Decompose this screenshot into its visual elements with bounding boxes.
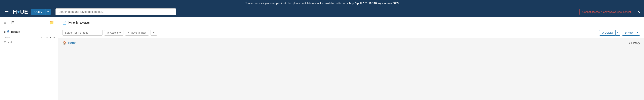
history-arrow-icon: ▾ <box>629 41 630 45</box>
global-search-input[interactable] <box>56 8 176 15</box>
tables-refresh-button[interactable]: ↻ <box>53 36 55 39</box>
db-name: default <box>11 30 20 33</box>
tables-filter-button[interactable]: ▽ <box>46 36 48 39</box>
actions-icon: ⚙ <box>107 31 109 34</box>
notification-link: http://ip-172-31-10-118.fayson.com:8889 <box>349 1 398 4</box>
actions-label: Actions <box>110 31 118 34</box>
close-button[interactable]: × <box>637 9 641 15</box>
file-browser-title: File Browser <box>68 20 91 25</box>
error-badge: Cannot access: /user/hive/warehouse/test… <box>580 9 634 15</box>
file-browser-header: 📄 File Browser <box>58 17 644 28</box>
history-button[interactable]: ▾ History <box>629 41 640 45</box>
app-body: ≡ ⊞ 📁 ◀ 🗄 default Tables (1) ▽ + ↻ ⊞ <box>0 17 644 100</box>
home-row: 🏠 Home ▾ History <box>58 38 644 48</box>
actions-arrow-icon: ▾ <box>120 31 121 34</box>
toolbar: ⚙ Actions ▾ ✕ Move to trash ▾ ⊕ Upload ▾… <box>58 28 644 38</box>
sidebar-db-section: ◀ 🗄 default Tables (1) ▽ + ↻ ⊞ test <box>0 28 58 47</box>
sidebar-table-icon-button[interactable]: ⊞ <box>10 19 16 26</box>
history-label: History <box>631 41 640 45</box>
back-arrow-icon: ◀ <box>3 30 6 33</box>
home-icon: 🏠 <box>62 41 66 45</box>
tables-label: Tables <box>3 36 11 39</box>
notification-text: You are accessing a non-optimized Hue, p… <box>246 1 348 4</box>
upload-dropdown-button[interactable]: ▾ <box>616 30 620 36</box>
query-dropdown-button[interactable]: ▾ <box>45 9 51 15</box>
sidebar-folder-icon-button[interactable]: 📁 <box>48 19 55 26</box>
new-label: New <box>628 31 633 34</box>
home-link[interactable]: 🏠 Home <box>62 41 76 45</box>
new-dropdown-button[interactable]: ▾ <box>635 30 640 36</box>
move-to-trash-label: Move to trash <box>131 31 146 34</box>
tables-controls: (1) ▽ + ↻ <box>42 36 55 39</box>
hamburger-button[interactable]: ☰ <box>3 8 10 15</box>
new-button[interactable]: ⊕ New <box>622 30 635 36</box>
query-button[interactable]: Query <box>31 9 45 15</box>
new-button-group: ⊕ New ▾ <box>622 30 640 36</box>
query-button-group: Query ▾ <box>31 9 51 15</box>
home-label: Home <box>68 41 76 45</box>
logo: HUE <box>13 9 28 15</box>
upload-label: Upload <box>605 31 613 34</box>
sidebar-stack-icon-button[interactable]: ≡ <box>3 20 7 26</box>
move-to-trash-button[interactable]: ✕ Move to trash <box>125 30 149 36</box>
sidebar-back-row[interactable]: ◀ 🗄 default <box>3 30 55 34</box>
sidebar-icon-row: ≡ ⊞ 📁 <box>0 17 58 28</box>
db-icon: 🗄 <box>7 30 10 34</box>
main-content: 📄 File Browser ⚙ Actions ▾ ✕ Move to tra… <box>58 17 644 100</box>
move-to-trash-icon: ✕ <box>128 31 130 34</box>
table-item[interactable]: ⊞ test <box>3 40 55 44</box>
main-header: ☰ HUE Query ▾ Cannot access: /user/hive/… <box>0 6 644 17</box>
upload-button[interactable]: ⊕ Upload <box>599 30 616 36</box>
toolbar-dropdown-button[interactable]: ▾ <box>150 30 157 36</box>
upload-button-group: ⊕ Upload ▾ <box>599 30 620 36</box>
logo-h: H <box>13 9 17 15</box>
new-icon: ⊕ <box>624 31 627 34</box>
tables-count: (1) <box>42 36 44 39</box>
notification-bar: You are accessing a non-optimized Hue, p… <box>0 0 644 6</box>
sidebar: ≡ ⊞ 📁 ◀ 🗄 default Tables (1) ▽ + ↻ ⊞ <box>0 17 58 100</box>
upload-icon: ⊕ <box>602 31 604 34</box>
tables-add-button[interactable]: + <box>50 36 51 39</box>
logo-ue: UE <box>20 9 28 15</box>
table-item-icon: ⊞ <box>4 41 6 44</box>
table-item-name: test <box>8 41 12 44</box>
tables-row: Tables (1) ▽ + ↻ <box>3 35 55 40</box>
file-search-input[interactable] <box>62 30 102 36</box>
file-browser-icon: 📄 <box>62 20 67 25</box>
logo-dot <box>18 11 20 13</box>
actions-button[interactable]: ⚙ Actions ▾ <box>104 30 124 36</box>
